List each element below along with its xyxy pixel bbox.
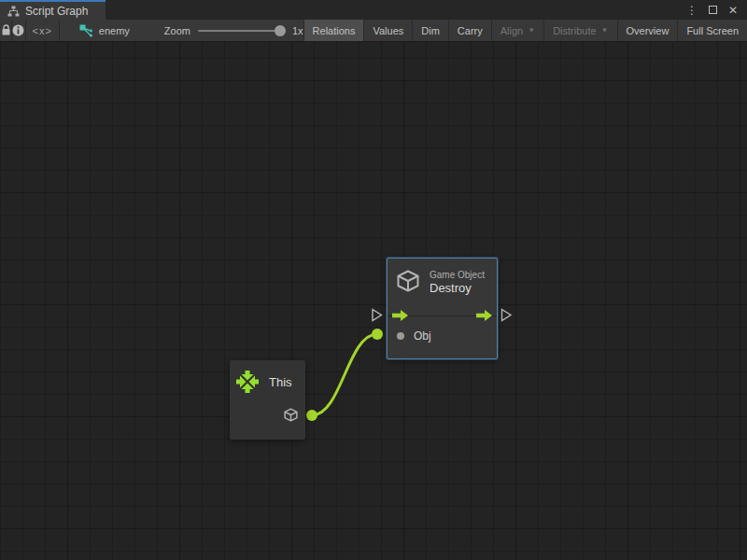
- wire-layer: [0, 42, 747, 560]
- maximize-icon[interactable]: [704, 2, 721, 19]
- zoom-slider-knob[interactable]: [275, 25, 286, 36]
- close-icon[interactable]: ✕: [725, 2, 741, 19]
- zoom-label: Zoom: [164, 25, 190, 36]
- node-title: This: [269, 375, 292, 389]
- tab-title: Script Graph: [25, 5, 88, 18]
- dim-label: Dim: [421, 25, 440, 36]
- destroy-obj-input-port[interactable]: [372, 329, 383, 340]
- carry-label: Carry: [458, 25, 483, 36]
- values-button[interactable]: Values: [363, 20, 412, 41]
- values-label: Values: [373, 25, 403, 36]
- carry-button[interactable]: Carry: [448, 20, 491, 41]
- inspect-button[interactable]: [12, 20, 25, 41]
- menu-icon[interactable]: ⋮: [684, 2, 700, 19]
- graph-toolbar: <x> enemy Zoom 1x Relations: [0, 20, 747, 42]
- this-output-port[interactable]: [306, 410, 317, 421]
- overview-button[interactable]: Overview: [617, 20, 678, 41]
- node-this[interactable]: This: [230, 360, 305, 440]
- flow-output-port[interactable]: [502, 310, 512, 321]
- graph-asset-icon: [79, 24, 93, 37]
- node-title: Destroy: [430, 281, 472, 295]
- zoom-slider[interactable]: [198, 30, 285, 32]
- flow-in-arrow-icon[interactable]: [392, 310, 408, 321]
- graph-canvas[interactable]: This Game Object: [0, 42, 747, 560]
- connection-wire[interactable]: [312, 334, 377, 415]
- cube-icon: [395, 268, 421, 294]
- edit-script-button[interactable]: <x>: [25, 20, 59, 41]
- lock-button[interactable]: [0, 20, 11, 41]
- window-controls: ⋮ ✕: [684, 0, 747, 20]
- zoom-value: 1x: [292, 25, 303, 36]
- script-graph-window: Script Graph ⋮ ✕: [0, 0, 747, 560]
- node-category: Game Object: [430, 270, 485, 280]
- relations-label: Relations: [313, 25, 356, 36]
- distribute-button[interactable]: Distribute ▼: [543, 20, 616, 41]
- full-screen-label: Full Screen: [686, 25, 739, 36]
- distribute-label: Distribute: [553, 25, 596, 36]
- cube-icon: [283, 407, 299, 423]
- obj-port-label: Obj: [414, 329, 431, 343]
- relations-button[interactable]: Relations: [303, 20, 364, 41]
- align-button[interactable]: Align ▼: [491, 20, 543, 41]
- overview-label: Overview: [627, 25, 669, 36]
- dim-button[interactable]: Dim: [412, 20, 448, 41]
- align-label: Align: [500, 25, 523, 36]
- code-icon: <x>: [33, 25, 52, 36]
- tab-script-graph[interactable]: Script Graph: [0, 0, 106, 20]
- self-arrows-icon: [235, 370, 260, 394]
- graph-name-label: enemy: [99, 25, 130, 36]
- lock-icon: [1, 24, 11, 36]
- toolbar-buttons: Relations Values Dim Carry Align ▼ Distr…: [303, 20, 747, 41]
- chevron-down-icon: ▼: [528, 27, 535, 35]
- full-screen-button[interactable]: Full Screen: [677, 20, 747, 41]
- flow-out-arrow-icon[interactable]: [476, 310, 492, 321]
- chevron-down-icon: ▼: [601, 27, 609, 35]
- node-destroy[interactable]: Game Object Destroy Obj: [387, 258, 498, 359]
- maximize-glyph: [709, 6, 717, 14]
- title-bar: Script Graph ⋮ ✕: [0, 0, 747, 20]
- obj-port-type-icon[interactable]: [397, 332, 404, 340]
- info-icon: [12, 24, 24, 36]
- flow-input-port[interactable]: [373, 310, 382, 321]
- graph-reference[interactable]: enemy: [60, 20, 130, 41]
- graph-hierarchy-icon: [7, 6, 20, 17]
- zoom-control: Zoom 1x: [164, 20, 303, 41]
